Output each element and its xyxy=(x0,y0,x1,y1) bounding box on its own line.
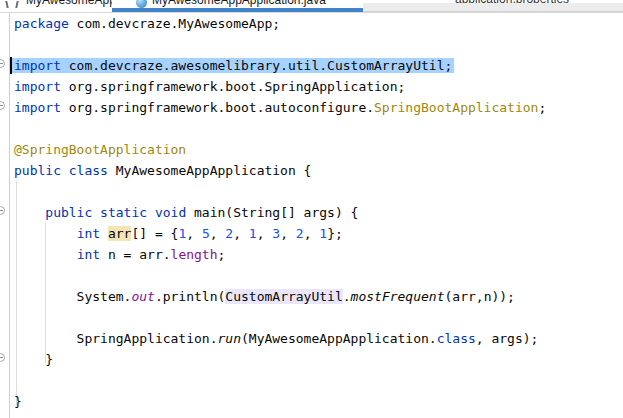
code-line[interactable]: int arr[] = {1, 5, 2, 1, 3, 2, 1}; xyxy=(0,223,623,244)
tab-inactive-left[interactable]: MyAwesomeApp xyxy=(0,0,112,13)
selected-text: import com.devcraze.awesomelibrary.util.… xyxy=(10,58,454,73)
code-token: , xyxy=(257,226,273,241)
tab-file-icon xyxy=(6,1,18,8)
code-token: } xyxy=(14,394,22,409)
code-area[interactable]: package com.devcraze.MyAwesomeApp;import… xyxy=(0,13,623,418)
code-fold-marker[interactable] xyxy=(0,59,5,68)
code-token: . xyxy=(343,289,351,304)
code-token: import xyxy=(14,100,61,115)
code-token: 2 xyxy=(296,226,304,241)
code-token: SpringApplication. xyxy=(14,331,218,346)
code-token: main(String[] args) { xyxy=(186,205,358,220)
code-token: com.devcraze.awesomelibrary.util.CustomA… xyxy=(61,58,452,73)
code-editor[interactable]: package com.devcraze.MyAwesomeApp;import… xyxy=(0,13,623,418)
tab-label: MyAwesomeApp xyxy=(26,0,112,7)
code-line[interactable]: } xyxy=(0,391,623,412)
code-line[interactable] xyxy=(0,307,623,328)
code-token: 5 xyxy=(202,226,210,241)
code-token: @SpringBootApplication xyxy=(14,142,186,157)
code-token: out xyxy=(131,289,154,304)
code-line[interactable]: public static void main(String[] args) { xyxy=(0,202,623,223)
code-line[interactable]: } xyxy=(0,349,623,370)
code-token: MyAwesomeAppApplication { xyxy=(108,163,312,178)
code-token xyxy=(14,205,45,220)
code-token: CustomArrayUtil xyxy=(225,289,342,304)
code-token: arr xyxy=(108,226,131,241)
tab-strip-empty-area xyxy=(363,3,623,12)
code-token: mostFrequent xyxy=(351,289,445,304)
code-token xyxy=(147,205,155,220)
code-token: 1 xyxy=(249,226,257,241)
code-token: run xyxy=(218,331,241,346)
code-token: 2 xyxy=(225,226,233,241)
code-token: } xyxy=(14,352,53,367)
code-token: , xyxy=(280,226,296,241)
code-token: class xyxy=(69,163,108,178)
code-token xyxy=(100,226,108,241)
code-token: , xyxy=(210,226,226,241)
code-token: int xyxy=(77,226,100,241)
java-class-icon xyxy=(136,0,147,8)
ide-window: MyAwesomeApp MyAwesomeAppApplication.jav… xyxy=(0,0,623,418)
code-token: n = arr. xyxy=(100,247,170,262)
code-fold-marker[interactable] xyxy=(0,101,5,110)
code-line[interactable]: @SpringBootApplication xyxy=(0,139,623,160)
code-token: import xyxy=(14,58,61,73)
code-line[interactable]: import org.springframework.boot.SpringAp… xyxy=(0,76,623,97)
code-line[interactable]: package com.devcraze.MyAwesomeApp; xyxy=(0,13,623,34)
code-token: com.devcraze.MyAwesomeApp; xyxy=(69,16,280,31)
code-token: , args); xyxy=(476,331,539,346)
code-token: (arr,n)); xyxy=(445,289,515,304)
code-token: }; xyxy=(327,226,343,241)
code-token: org.springframework.boot.autoconfigure. xyxy=(61,100,374,115)
text-caret xyxy=(10,57,12,74)
code-token: SpringBootApplication xyxy=(374,100,538,115)
code-token: import xyxy=(14,79,61,94)
code-line[interactable]: SpringApplication.run(MyAwesomeAppApplic… xyxy=(0,328,623,349)
code-line[interactable]: int n = arr.length; xyxy=(0,244,623,265)
code-token: ; xyxy=(218,247,226,262)
tab-label: MyAwesomeAppApplication.java xyxy=(152,0,326,7)
code-line[interactable] xyxy=(0,34,623,55)
code-line[interactable]: import com.devcraze.awesomelibrary.util.… xyxy=(0,55,623,76)
code-line[interactable] xyxy=(0,265,623,286)
code-fold-marker[interactable] xyxy=(0,353,5,362)
code-line[interactable] xyxy=(0,118,623,139)
code-line[interactable] xyxy=(0,181,623,202)
code-token: , xyxy=(233,226,249,241)
code-token: .println( xyxy=(155,289,225,304)
code-token: ; xyxy=(538,100,546,115)
code-token: [] = { xyxy=(131,226,178,241)
code-token xyxy=(61,163,69,178)
code-fold-marker[interactable] xyxy=(0,206,5,215)
code-line[interactable]: import org.springframework.boot.autoconf… xyxy=(0,97,623,118)
code-token: , xyxy=(186,226,202,241)
code-token: System. xyxy=(14,289,131,304)
code-line[interactable]: System.out.println(CustomArrayUtil.mostF… xyxy=(0,286,623,307)
code-token: 1 xyxy=(319,226,327,241)
code-token: length xyxy=(171,247,218,262)
editor-tab-bar: MyAwesomeApp MyAwesomeAppApplication.jav… xyxy=(0,0,623,13)
code-token: 3 xyxy=(272,226,280,241)
code-line[interactable]: public class MyAwesomeAppApplication { xyxy=(0,160,623,181)
code-token xyxy=(92,205,100,220)
code-token: , xyxy=(304,226,320,241)
active-tab-underline xyxy=(112,8,363,12)
code-token: int xyxy=(77,247,100,262)
code-token: package xyxy=(14,16,69,31)
editor-gutter xyxy=(0,13,10,418)
code-token: void xyxy=(155,205,186,220)
tab-active[interactable]: MyAwesomeAppApplication.java xyxy=(112,0,363,13)
code-token: public xyxy=(45,205,92,220)
code-token: static xyxy=(100,205,147,220)
code-token: (MyAwesomeAppApplication. xyxy=(241,331,437,346)
code-token: public xyxy=(14,163,61,178)
code-token xyxy=(14,247,77,262)
code-token xyxy=(14,226,77,241)
code-token: org.springframework.boot.SpringApplicati… xyxy=(61,79,405,94)
code-token: class xyxy=(437,331,476,346)
code-line[interactable] xyxy=(0,370,623,391)
